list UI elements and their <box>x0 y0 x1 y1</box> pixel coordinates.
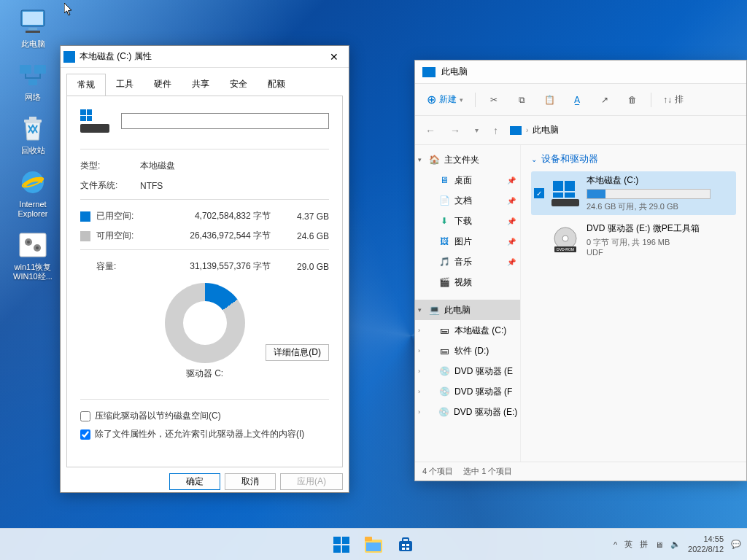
free-label: 可用空间: <box>96 230 156 242</box>
item-checkbox[interactable]: ✓ <box>534 188 544 198</box>
details-button[interactable]: 详细信息(D) <box>266 344 329 361</box>
ime-mode[interactable]: 拼 <box>640 539 648 550</box>
cancel-button[interactable]: 取消 <box>225 473 276 490</box>
dvd-icon: 💿 <box>438 386 450 397</box>
desktop-icon-recyclebin[interactable]: 回收站 <box>7 114 58 155</box>
desktop-icon-thispc[interactable]: 此电脑 <box>7 7 58 49</box>
thispc-icon <box>510 126 522 135</box>
svg-rect-4 <box>20 65 31 74</box>
dialog-titlebar[interactable]: 本地磁盘 (C:) 属性 ✕ <box>61 46 349 68</box>
toolbar-delete-button[interactable]: 🗑 <box>620 89 645 111</box>
nav-documents[interactable]: 📄文档📌 <box>415 190 520 211</box>
video-icon: 🎬 <box>438 276 450 288</box>
explorer-addressbar: ← → ▾ ↑ › 此电脑 <box>415 116 746 145</box>
status-count: 4 个项目 <box>422 466 453 477</box>
desktop-icon-ie[interactable]: Internet Explorer <box>7 168 58 219</box>
svg-rect-18 <box>553 192 563 198</box>
start-button[interactable] <box>328 531 355 559</box>
desktop-icon-network[interactable]: 网络 <box>7 61 58 102</box>
fs-value: NTFS <box>140 181 163 191</box>
svg-rect-31 <box>366 542 381 551</box>
svg-rect-33 <box>403 538 409 542</box>
share-icon: ↗ <box>598 93 611 106</box>
toolbar-sort-button[interactable]: ↑↓排 <box>657 89 689 111</box>
nav-pictures[interactable]: 🖼图片📌 <box>415 231 520 252</box>
taskbar-explorer-button[interactable] <box>360 531 387 559</box>
drive-icon <box>63 51 75 63</box>
svg-rect-25 <box>333 537 341 544</box>
nav-home[interactable]: ▾🏠主文件夹 <box>415 149 520 170</box>
svg-text:DVD-ROM: DVD-ROM <box>557 247 574 252</box>
svg-rect-5 <box>34 65 46 74</box>
tab-general[interactable]: 常规 <box>66 74 106 96</box>
capacity-label: 容量: <box>96 260 156 273</box>
status-selection: 选中 1 个项目 <box>463 466 512 477</box>
svg-rect-2 <box>28 28 37 30</box>
taskbar: ^ 英 拼 🖥 🔈 14:55 2022/8/12 💬 <box>0 528 747 560</box>
toolbar-copy-button[interactable]: ⧉ <box>509 89 534 111</box>
nav-dvd-f[interactable]: ›💿DVD 驱动器 (F <box>415 381 520 402</box>
nav-chevron-icon[interactable]: ▾ <box>472 123 481 137</box>
nav-drive-c[interactable]: ›🖴本地磁盘 (C:) <box>415 320 520 341</box>
system-tray: ^ 英 拼 🖥 🔈 14:55 2022/8/12 💬 <box>614 534 747 553</box>
group-header-devices[interactable]: ⌄设备和驱动器 <box>531 152 736 166</box>
drive-item-c[interactable]: ✓ 本地磁盘 (C:) 24.6 GB 可用, 共 29.0 GB <box>531 171 736 215</box>
nav-downloads[interactable]: ⬇下载📌 <box>415 211 520 231</box>
svg-point-22 <box>562 236 568 241</box>
toolbar-rename-button[interactable]: A̲ <box>565 89 589 111</box>
toolbar-new-button[interactable]: ⊕新建▾ <box>421 89 469 111</box>
compress-checkbox[interactable]: 压缩此驱动器以节约磁盘空间(C) <box>80 410 329 422</box>
index-checkbox[interactable]: 除了文件属性外，还允许索引此驱动器上文件的内容(I) <box>80 428 329 440</box>
close-button[interactable]: ✕ <box>322 47 346 67</box>
free-bytes: 26,436,972,544 字节 <box>156 230 271 242</box>
used-swatch-icon <box>80 211 90 222</box>
explorer-titlebar[interactable]: 此电脑 <box>415 61 746 84</box>
usage-donut-chart <box>165 283 245 363</box>
clock[interactable]: 14:55 2022/8/12 <box>688 534 724 553</box>
tray-chevron-icon[interactable]: ^ <box>614 540 617 549</box>
drive-item-dvd[interactable]: DVD-ROM DVD 驱动器 (E:) 微PE工具箱 0 字节 可用, 共 1… <box>531 219 736 260</box>
nav-back-button[interactable]: ← <box>422 122 438 139</box>
ime-indicator[interactable]: 英 <box>624 539 632 550</box>
rename-icon: A̲ <box>570 93 584 106</box>
paste-icon: 📋 <box>543 93 556 106</box>
download-icon: ⬇ <box>438 215 450 227</box>
nav-desktop[interactable]: 🖥桌面📌 <box>415 170 520 190</box>
network-icon[interactable]: 🖥 <box>655 540 663 549</box>
tab-tools[interactable]: 工具 <box>106 74 144 96</box>
ok-button[interactable]: 确定 <box>169 473 220 490</box>
drive-label-input[interactable] <box>121 113 329 129</box>
svg-rect-20 <box>551 199 579 206</box>
breadcrumb[interactable]: › 此电脑 <box>510 124 559 136</box>
taskbar-store-button[interactable] <box>392 531 419 559</box>
fs-label: 文件系统: <box>80 179 140 192</box>
nav-music[interactable]: 🎵音乐📌 <box>415 252 520 272</box>
nav-forward-button[interactable]: → <box>447 122 463 139</box>
svg-rect-35 <box>406 544 409 546</box>
desktop-icon-script[interactable]: win11恢复 WIN10经... <box>7 230 58 281</box>
svg-rect-28 <box>342 545 349 553</box>
nav-drive-d[interactable]: ›🖴软件 (D:) <box>415 341 520 361</box>
nav-dvd-e2[interactable]: ›💿DVD 驱动器 (E:) <box>415 402 520 422</box>
capacity-bar <box>587 189 711 199</box>
explorer-window: 此电脑 ⊕新建▾ ✂ ⧉ 📋 A̲ ↗ 🗑 ↑↓排 ← → ▾ ↑ › 此电脑 … <box>414 60 747 481</box>
nav-videos[interactable]: 🎬视频 <box>415 272 520 292</box>
volume-icon[interactable]: 🔈 <box>670 540 681 549</box>
nav-dvd-e[interactable]: ›💿DVD 驱动器 (E <box>415 361 520 381</box>
music-icon: 🎵 <box>438 256 450 268</box>
svg-rect-7 <box>24 120 42 122</box>
toolbar-paste-button[interactable]: 📋 <box>537 89 562 111</box>
nav-thispc[interactable]: ▾💻此电脑 <box>415 300 520 320</box>
tab-sharing[interactable]: 共享 <box>182 74 220 96</box>
tab-hardware[interactable]: 硬件 <box>144 74 182 96</box>
svg-rect-34 <box>402 544 405 546</box>
toolbar-cut-button[interactable]: ✂ <box>481 89 506 111</box>
apply-button[interactable]: 应用(A) <box>280 473 343 490</box>
notifications-icon[interactable]: 💬 <box>731 540 741 549</box>
dialog-tabs: 常规 工具 硬件 共享 安全 配额 <box>61 68 349 96</box>
tab-security[interactable]: 安全 <box>220 74 258 96</box>
tab-quota[interactable]: 配额 <box>258 74 295 96</box>
nav-up-button[interactable]: ↑ <box>490 122 501 139</box>
explorer-statusbar: 4 个项目 选中 1 个项目 <box>415 462 746 481</box>
toolbar-share-button[interactable]: ↗ <box>592 89 617 111</box>
